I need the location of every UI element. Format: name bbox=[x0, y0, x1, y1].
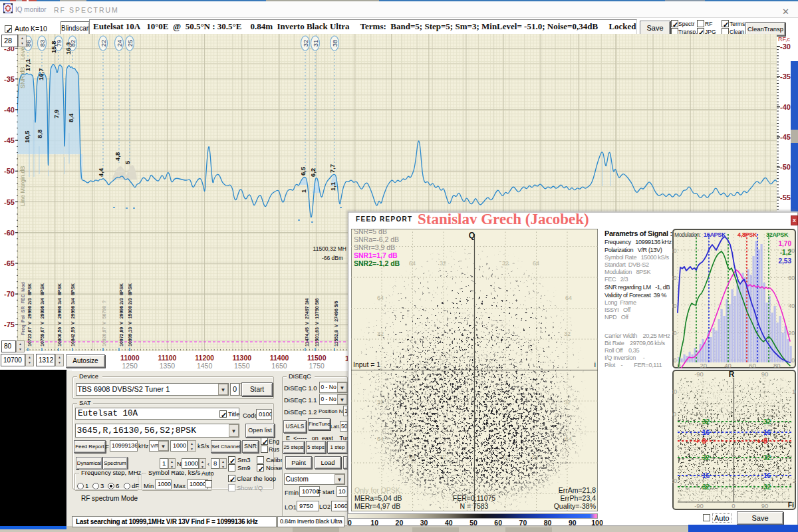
svg-text:10: 10 bbox=[370, 519, 378, 527]
svg-text:20: 20 bbox=[700, 362, 708, 369]
svg-text:-55: -55 bbox=[4, 198, 15, 206]
svg-text:16: 16 bbox=[702, 472, 710, 479]
svg-text:11400: 11400 bbox=[270, 354, 289, 362]
svg-text:0: 0 bbox=[732, 502, 735, 509]
svg-text:Carrier Width 20,25 MHz: Carrier Width 20,25 MHz bbox=[604, 332, 670, 339]
svg-text:-65: -65 bbox=[4, 259, 15, 267]
svg-text:I/Q Inversion -: I/Q Inversion - bbox=[604, 354, 645, 361]
svg-text:Roll Off 0,35: Roll Off 0,35 bbox=[604, 347, 639, 354]
svg-text:Fi: Fi bbox=[788, 501, 794, 509]
svg-text:0: 0 bbox=[791, 357, 795, 364]
svg-text:Only for QPSK:: Only for QPSK: bbox=[354, 486, 402, 494]
svg-text:N = 7583: N = 7583 bbox=[460, 502, 489, 510]
svg-text:80: 80 bbox=[672, 247, 677, 254]
svg-text:20: 20 bbox=[672, 477, 677, 484]
svg-text:32: 32 bbox=[702, 483, 710, 491]
svg-text:NPD Off: NPD Off bbox=[604, 314, 628, 321]
svg-text:-70: -70 bbox=[4, 290, 15, 298]
svg-text:Validity of Forecast 39 %: Validity of Forecast 39 % bbox=[604, 292, 666, 299]
svg-text:SNR regarding LM -1, dB: SNR regarding LM -1, dB bbox=[604, 284, 670, 291]
svg-text:ISSYI Off: ISSYI Off bbox=[604, 307, 631, 313]
svg-text:32APSK: 32APSK bbox=[766, 231, 789, 238]
svg-text:SNR=5 dB: SNR=5 dB bbox=[354, 229, 387, 235]
svg-text:40: 40 bbox=[672, 303, 677, 309]
svg-text:RF,c: RF,c bbox=[778, 36, 791, 43]
svg-text:+: + bbox=[696, 438, 700, 445]
svg-text:90: 90 bbox=[761, 370, 769, 378]
svg-text:70: 70 bbox=[519, 519, 527, 527]
svg-text:-75: -75 bbox=[4, 321, 15, 329]
svg-text:20: 20 bbox=[672, 330, 677, 336]
svg-text:Long Frame: Long Frame bbox=[604, 299, 636, 306]
svg-text:Q: Q bbox=[469, 231, 475, 240]
svg-text:11100: 11100 bbox=[158, 354, 176, 362]
svg-text:16: 16 bbox=[763, 429, 771, 436]
svg-text:2,53: 2,53 bbox=[779, 257, 792, 265]
svg-text:-45: -45 bbox=[780, 133, 791, 141]
svg-text:Pilot - FER=0,111: Pilot - FER=0,111 bbox=[604, 362, 662, 368]
svg-text:Frequency 10999136 kHz: Frequency 10999136 kHz bbox=[604, 239, 672, 245]
svg-text:Polarization V/R (13V): Polarization V/R (13V) bbox=[604, 247, 662, 253]
svg-text:100: 100 bbox=[792, 388, 796, 395]
svg-text:80: 80 bbox=[544, 519, 552, 527]
svg-text:ErrAm=21,8: ErrAm=21,8 bbox=[559, 486, 596, 494]
svg-text:SNR2=-1,2 dB: SNR2=-1,2 dB bbox=[354, 259, 400, 267]
svg-text:Quality=-38%: Quality=-38% bbox=[554, 502, 596, 510]
svg-text:1450: 1450 bbox=[197, 362, 213, 370]
svg-text:-30: -30 bbox=[780, 43, 791, 51]
svg-text:20: 20 bbox=[793, 477, 796, 484]
svg-text:90: 90 bbox=[761, 502, 769, 509]
svg-text:Bit Rate 29709,06 kb/s: Bit Rate 29709,06 kb/s bbox=[604, 340, 665, 346]
svg-text:-90: -90 bbox=[694, 370, 704, 378]
svg-text:40: 40 bbox=[789, 303, 795, 309]
svg-text:-35: -35 bbox=[4, 75, 15, 83]
svg-text:50: 50 bbox=[469, 519, 477, 527]
svg-text:1750: 1750 bbox=[309, 362, 325, 370]
svg-text:0: 0 bbox=[677, 362, 680, 369]
svg-text:32: 32 bbox=[763, 483, 771, 491]
svg-text:FER=0,11075: FER=0,11075 bbox=[453, 494, 495, 502]
svg-text:i: i bbox=[595, 360, 596, 368]
svg-text:MERa=5,04 dB: MERa=5,04 dB bbox=[354, 494, 402, 502]
svg-text:ErrPh=23,4: ErrPh=23,4 bbox=[561, 494, 597, 502]
svg-text:30: 30 bbox=[420, 519, 428, 527]
svg-text:0: 0 bbox=[348, 519, 352, 527]
svg-text:Modulation:: Modulation: bbox=[674, 231, 701, 238]
svg-text:-45: -45 bbox=[4, 136, 15, 144]
svg-text:60: 60 bbox=[494, 519, 502, 527]
svg-text:11000: 11000 bbox=[120, 354, 140, 362]
svg-text:11200: 11200 bbox=[195, 354, 214, 362]
svg-text:80: 80 bbox=[773, 362, 781, 369]
svg-text:Modulation 8PSK: Modulation 8PSK bbox=[604, 269, 652, 275]
svg-text:11500: 11500 bbox=[307, 354, 327, 362]
svg-text:100: 100 bbox=[591, 519, 603, 527]
svg-text:SNRa=-6,2 dB: SNRa=-6,2 dB bbox=[354, 235, 399, 243]
svg-text:MERr=4,97 dB: MERr=4,97 dB bbox=[354, 502, 400, 510]
svg-text:80: 80 bbox=[672, 411, 676, 418]
svg-text:16: 16 bbox=[702, 429, 710, 436]
svg-text:40: 40 bbox=[724, 362, 732, 369]
svg-text:-35: -35 bbox=[780, 72, 791, 80]
svg-text:90: 90 bbox=[569, 519, 577, 527]
svg-text:Symbol Rate 15000 kS/s: Symbol Rate 15000 kS/s bbox=[604, 254, 669, 261]
svg-text:4,8PSK: 4,8PSK bbox=[737, 231, 757, 238]
svg-text:11300: 11300 bbox=[232, 354, 251, 362]
svg-text:32: 32 bbox=[763, 454, 771, 462]
svg-text:-50: -50 bbox=[4, 167, 15, 175]
svg-text:-90: -90 bbox=[694, 502, 704, 509]
svg-text:80: 80 bbox=[789, 247, 795, 254]
svg-text:20: 20 bbox=[789, 330, 795, 336]
svg-text:60: 60 bbox=[789, 275, 795, 281]
svg-text:R: R bbox=[729, 370, 735, 379]
svg-text:1,70: 1,70 bbox=[779, 240, 792, 247]
svg-text:60: 60 bbox=[672, 275, 677, 281]
svg-text:Input = 1: Input = 1 bbox=[353, 360, 380, 368]
svg-text:32: 32 bbox=[763, 418, 771, 426]
svg-text:-55: -55 bbox=[780, 194, 791, 201]
svg-text:1550: 1550 bbox=[234, 362, 250, 370]
svg-text:16APSK: 16APSK bbox=[704, 231, 726, 238]
svg-text:Standart DVB-S2: Standart DVB-S2 bbox=[604, 261, 649, 268]
svg-text:1350: 1350 bbox=[160, 362, 176, 370]
svg-text:-40: -40 bbox=[4, 106, 15, 114]
svg-text:-50: -50 bbox=[780, 163, 791, 171]
